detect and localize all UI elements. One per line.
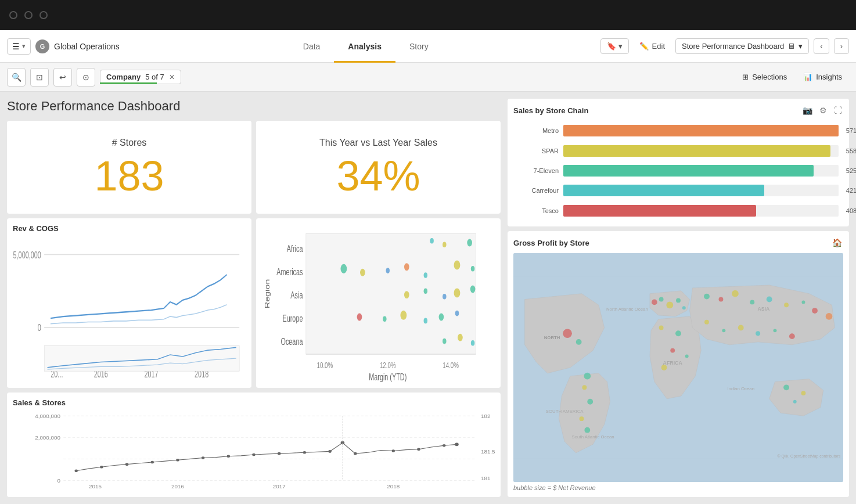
svg-point-33: [443, 294, 447, 300]
gross-profit-map-card: Gross Profit by Store 🏠: [508, 231, 849, 497]
window-dot-maximize[interactable]: [39, 11, 48, 19]
svg-point-28: [424, 272, 428, 278]
svg-point-105: [750, 300, 754, 304]
dashboard-dropdown-icon: ▾: [799, 42, 803, 51]
svg-text:SOUTH AMERICA: SOUTH AMERICA: [546, 409, 584, 414]
rev-cogs-chart[interactable]: 5,000,000 0 20... 2016 2017 2018: [13, 236, 246, 382]
bar-chart-container: Metro 571.39k SPAR 558.38k 7-Eleven: [513, 121, 843, 221]
page-title: Store Performance Dashboard: [7, 99, 501, 114]
svg-point-100: [685, 354, 689, 358]
svg-point-104: [732, 290, 739, 297]
svg-point-97: [659, 326, 664, 330]
bar-row-metro[interactable]: Metro 571.39k: [518, 123, 839, 139]
svg-text:2016: 2016: [171, 484, 184, 489]
bar-fill: [563, 145, 830, 157]
bar-row-tesco[interactable]: Tesco 408.97k: [518, 203, 839, 219]
map-container[interactable]: NORTH North Atlantic Ocean SOUTH AMERICA…: [513, 253, 843, 482]
sales-by-store-card: Sales by Store Chain 📷 ⚙ ⛶ Metro 571.39k: [508, 99, 849, 226]
svg-point-40: [439, 314, 444, 321]
svg-point-36: [357, 314, 362, 321]
bar-fill: [563, 125, 839, 136]
filter-options-icon-button[interactable]: ⚙: [818, 105, 828, 116]
bookmark-dropdown-icon: ▾: [618, 42, 623, 51]
svg-text:Europe: Europe: [283, 314, 303, 324]
bookmark-button[interactable]: 🔖 ▾: [600, 38, 629, 54]
rev-cogs-card: Rev & COGS 5,000,000 0 20... 2016 2017 2…: [7, 218, 251, 388]
top-navigation: ☰ ▾ G Global Operations Data Analysis St…: [0, 30, 856, 63]
svg-point-34: [454, 288, 461, 297]
camera-icon-button[interactable]: 📷: [801, 105, 814, 116]
hamburger-menu[interactable]: ☰ ▾: [7, 38, 31, 55]
svg-point-66: [252, 453, 255, 456]
margin-scatter-card: Africa Americas Asia Europe Oceana Regio…: [256, 218, 501, 388]
svg-point-90: [580, 416, 584, 421]
bar-track: 558.38k: [563, 145, 839, 157]
svg-point-69: [328, 450, 331, 453]
svg-point-111: [704, 320, 709, 325]
svg-point-116: [789, 333, 795, 339]
svg-point-63: [176, 459, 179, 462]
main-content: Store Performance Dashboard # Stores 183…: [0, 92, 856, 504]
bar-chart-header: Sales by Store Chain 📷 ⚙ ⛶: [513, 105, 843, 116]
dashboard-button[interactable]: Store Performance Dashboard 🖥 ▾: [675, 38, 809, 54]
nav-dropdown-icon: ▾: [22, 42, 26, 50]
kpi-row: # Stores 183 This Year vs Last Year Sale…: [7, 121, 501, 214]
expand-icon-button[interactable]: ⛶: [833, 105, 843, 116]
svg-text:Africa: Africa: [287, 244, 303, 254]
bar-value: 421.15k: [846, 187, 856, 194]
tab-story[interactable]: Story: [395, 30, 443, 63]
svg-point-109: [812, 308, 818, 314]
bar-row-spar[interactable]: SPAR 558.38k: [518, 143, 839, 159]
prev-button[interactable]: ‹: [814, 38, 829, 54]
svg-point-71: [354, 452, 357, 455]
map-home-icon-button[interactable]: 🏠: [831, 237, 843, 249]
tab-analysis[interactable]: Analysis: [334, 30, 395, 63]
svg-point-91: [584, 427, 590, 433]
svg-point-29: [454, 260, 461, 269]
chip-close-icon[interactable]: ✕: [169, 73, 175, 81]
filter-button[interactable]: ⊙: [77, 68, 95, 87]
bar-label: Tesco: [518, 207, 559, 214]
bar-row-carrefour[interactable]: Carrefour 421.15k: [518, 182, 839, 199]
bar-value: 408.97k: [846, 207, 856, 214]
svg-point-88: [582, 385, 587, 390]
bar-track: 408.97k: [563, 205, 839, 217]
selections-label: Selections: [752, 73, 787, 81]
sales-stores-title: Sales & Stores: [13, 398, 495, 407]
undo-button[interactable]: ↩: [53, 68, 72, 87]
svg-text:ASIA: ASIA: [757, 306, 770, 312]
company-chip[interactable]: Company 5 of 7 ✕: [100, 70, 181, 84]
tab-data[interactable]: Data: [289, 30, 335, 63]
edit-button[interactable]: ✏️ Edit: [634, 39, 671, 53]
insights-button[interactable]: 📊 Insights: [796, 70, 849, 84]
bar-label: Carrefour: [518, 187, 559, 194]
selections-button[interactable]: ⊞ Selections: [735, 70, 794, 84]
svg-text:2015: 2015: [89, 484, 102, 489]
map-icons: 🏠: [831, 237, 843, 249]
svg-text:Asia: Asia: [290, 290, 303, 301]
bar-label: Metro: [518, 127, 559, 134]
svg-point-30: [471, 266, 475, 272]
svg-point-73: [417, 448, 420, 451]
smart-search-button[interactable]: 🔍: [7, 68, 26, 87]
lasso-button[interactable]: ⊡: [30, 68, 49, 87]
bar-value: 571.39k: [846, 127, 856, 134]
svg-point-118: [801, 391, 806, 395]
bar-track: 525.62k: [563, 165, 839, 177]
next-button[interactable]: ›: [834, 38, 849, 54]
bar-fill: [563, 205, 756, 217]
bar-row-7eleven[interactable]: 7-Eleven 525.62k: [518, 163, 839, 179]
svg-point-85: [563, 329, 572, 338]
company-filter-chip: Company 5 of 7 ✕: [100, 70, 181, 84]
window-dot-close[interactable]: [9, 11, 17, 19]
window-dot-minimize[interactable]: [24, 11, 33, 19]
sales-stores-chart[interactable]: 4,000,000 2,000,000 0 182 181.5 181 2015…: [13, 411, 495, 491]
svg-point-115: [774, 329, 777, 332]
middle-charts-row: Rev & COGS 5,000,000 0 20... 2016 2017 2…: [7, 218, 501, 388]
svg-text:181.5: 181.5: [481, 449, 495, 455]
svg-text:© Qlik. OpenStreetMap contribu: © Qlik. OpenStreetMap contributors: [778, 454, 841, 459]
bookmark-icon: 🔖: [607, 42, 616, 51]
margin-scatter-chart[interactable]: Africa Americas Asia Europe Oceana Regio…: [262, 224, 495, 382]
svg-text:Margin (YTD): Margin (YTD): [369, 372, 407, 382]
right-panel: Sales by Store Chain 📷 ⚙ ⛶ Metro 571.39k: [508, 92, 856, 504]
